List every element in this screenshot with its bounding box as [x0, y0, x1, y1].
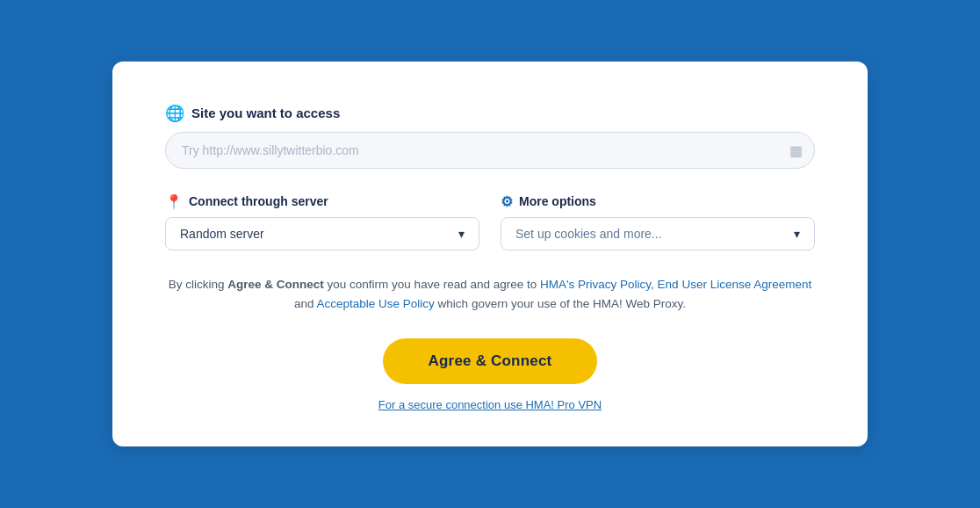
site-section: 🌐 Site you want to access ▦: [165, 104, 815, 169]
legal-bold: Agree & Connect: [227, 278, 324, 291]
server-dropdown[interactable]: Random server ▾: [165, 217, 479, 250]
privacy-policy-link[interactable]: HMA's Privacy Policy: [540, 278, 651, 291]
legal-and: and: [294, 297, 317, 310]
pro-vpn-link[interactable]: For a secure connection use HMA! Pro VPN: [165, 398, 815, 411]
outer-background: 🌐 Site you want to access ▦ 📍 Connect th…: [0, 0, 980, 508]
server-chevron-icon: ▾: [458, 227, 465, 241]
connect-server-group: 📍 Connect through server Random server ▾: [165, 193, 479, 250]
aup-link[interactable]: Acceptable Use Policy: [317, 297, 435, 310]
server-dropdown-value: Random server: [180, 227, 264, 241]
more-options-label: ⚙ More options: [501, 193, 815, 210]
agree-connect-label: Agree & Connect: [429, 352, 552, 369]
main-card: 🌐 Site you want to access ▦ 📍 Connect th…: [112, 62, 868, 447]
options-row: 📍 Connect through server Random server ▾…: [165, 193, 815, 250]
globe-icon: 🌐: [165, 104, 184, 123]
url-input[interactable]: [165, 132, 815, 169]
site-label: 🌐 Site you want to access: [165, 104, 815, 123]
connect-label-text: Connect through server: [189, 194, 328, 208]
location-icon: 📍: [165, 193, 183, 210]
gear-icon: ⚙: [501, 193, 513, 210]
eula-link[interactable]: End User License Agreement: [658, 278, 812, 291]
agree-connect-button[interactable]: Agree & Connect: [383, 338, 598, 384]
grid-icon: ▦: [789, 142, 803, 158]
legal-text-after: which govern your use of the HMA! Web Pr…: [435, 297, 686, 310]
more-options-dropdown-value: Set up cookies and more...: [515, 227, 662, 241]
url-input-wrapper: ▦: [165, 132, 815, 169]
legal-text: By clicking Agree & Connect you confirm …: [165, 275, 815, 315]
more-options-dropdown[interactable]: Set up cookies and more... ▾: [501, 217, 815, 250]
options-chevron-icon: ▾: [794, 227, 800, 241]
legal-comma: ,: [651, 278, 658, 291]
more-options-group: ⚙ More options Set up cookies and more..…: [501, 193, 815, 250]
more-options-label-text: More options: [519, 194, 596, 208]
legal-text-before: By clicking: [169, 278, 228, 291]
legal-text-middle: you confirm you have read and agree to: [324, 278, 540, 291]
connect-label: 📍 Connect through server: [165, 193, 479, 210]
site-label-text: Site you want to access: [191, 105, 340, 120]
